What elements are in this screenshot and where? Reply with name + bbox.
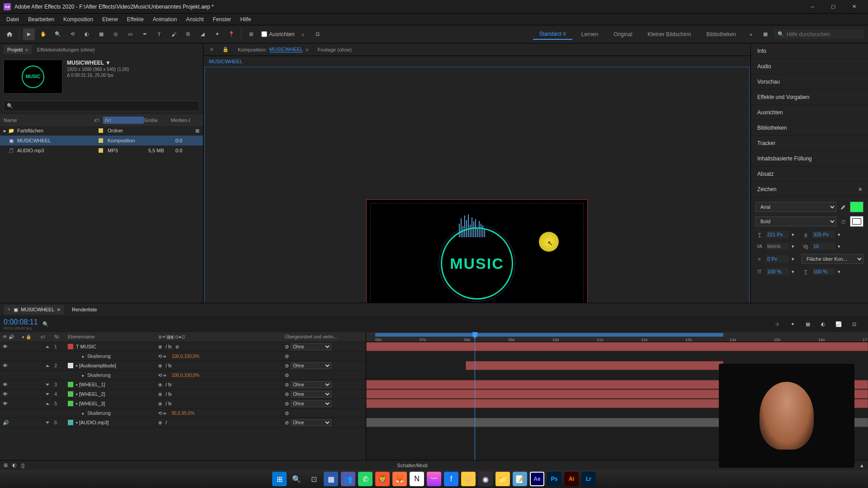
timeline-search[interactable]: 🔍 [42,321,214,327]
layer-row-7[interactable]: ⬥ Skalierung ⟲ ∞ 95,0,95,0% ⊘ [0,408,366,418]
comp-breadcrumb[interactable]: MUSICWHEEL [203,56,750,67]
brush-tool[interactable]: 🖌 [168,28,179,40]
camera-tool[interactable]: ▦ [95,28,107,40]
home-icon[interactable] [4,28,15,40]
expand-icon[interactable]: ◐ [12,462,17,468]
workspace-lernen[interactable]: Lernen [575,29,604,39]
windows-start-icon[interactable]: ⊞ [272,472,287,486]
zoom-tool[interactable]: 🔍 [52,28,64,40]
help-search-input[interactable] [787,31,859,38]
comp-tab-active[interactable]: Komposition: MUSICWHEEL ≡ [235,45,311,54]
menu-hilfe[interactable]: Hilfe [236,14,255,24]
photoshop-icon[interactable]: Ps [547,472,561,486]
snap-icon[interactable]: ⊞ [245,28,257,40]
brackets-icon[interactable]: {} [21,463,24,468]
eyedropper-icon[interactable]: 💉 [839,203,847,211]
taskview-icon[interactable]: ⊡ [307,472,321,486]
layer-row-8[interactable]: 🔊 6 ▪ [AUDIO.mp3] ⊛ / ⊘ Ohne [0,418,366,427]
draft3d-tl-icon[interactable]: ✦ [787,318,798,330]
folder-icon[interactable]: 📁 [495,472,510,486]
notion-icon[interactable]: N [410,472,424,486]
default-icon[interactable]: ⊡ [312,28,324,40]
workspace-bibliotheken[interactable]: Bibliotheken [700,29,742,39]
menu-datei[interactable]: Datei [2,14,24,24]
facebook-icon[interactable]: f [444,472,458,486]
project-item-audio[interactable]: 🎵 AUDIO.mp3 MP3 5,5 MB 0:0 [0,145,203,155]
layer-row-5[interactable]: 👁 4 ▪ [WHEEL_2] ⊛ / fx ⊘ Ohne [0,389,366,399]
font-family-dropdown[interactable]: Arial [755,202,836,212]
panel-vorschau[interactable]: Vorschau [751,74,868,89]
explorer-icon[interactable]: ▦ [324,472,338,486]
panel-bibliotheken[interactable]: Bibliotheken [751,120,868,136]
workspace-overflow-icon[interactable]: » [745,28,757,40]
layer-row-3[interactable]: ⬥ Skalierung ⟲ ∞ 100,0,100,0% ⊘ [0,371,366,380]
layer-row-6[interactable]: 👁 5 ▪ [WHEEL_3] ⊛ / fx ⊘ Ohne [0,399,366,408]
menu-fenster[interactable]: Fenster [208,14,236,24]
layer-bar-3[interactable] [466,371,723,380]
stroke-width-input[interactable] [766,255,789,263]
after-effects-icon[interactable]: Ae [530,472,544,486]
close-button[interactable]: ✕ [844,0,864,14]
files-icon[interactable]: 🗂 [461,472,476,486]
time-ruler[interactable]: 06s07s08s09s10s11s12s13s14s15s16s17 [366,332,868,342]
eraser-tool[interactable]: ◢ [197,28,208,40]
messenger-icon[interactable]: 〰 [427,472,441,486]
panel-tracker[interactable]: Tracker [751,136,868,151]
layer-bar-2[interactable] [466,361,723,370]
align-checkbox[interactable]: Ausrichten [261,31,295,38]
panel-audio[interactable]: Audio [751,59,868,74]
font-size-input[interactable] [766,231,789,238]
illustrator-icon[interactable]: Ai [564,472,579,486]
menu-komposition[interactable]: Komposition [59,14,98,24]
panel-info[interactable]: Info [751,43,868,59]
menu-ebene[interactable]: Ebene [98,14,123,24]
playhead[interactable] [475,332,475,460]
firefox-icon[interactable]: 🦊 [392,472,407,486]
menu-animation[interactable]: Animation [148,14,181,24]
stroke-icon[interactable]: ◫ [839,217,847,225]
menu-effekte[interactable]: Effekte [123,14,148,24]
layer-bar-1[interactable] [366,352,868,361]
frame-blend-icon[interactable]: ▦ [802,318,814,330]
lightroom-icon[interactable]: Lr [581,472,596,486]
project-item-musicwheel[interactable]: ▣ MUSICWHEEL Komposition 0:0 [0,136,203,145]
pen-tool[interactable]: ✒ [139,28,151,40]
effect-settings-tab[interactable]: Effekteinstellungen (ohne) [33,45,99,54]
hand-tool[interactable]: ✋ [38,28,49,40]
graph-editor-icon[interactable]: 📈 [833,318,844,330]
roto-tool[interactable]: ✦ [211,28,223,40]
orbit-tool[interactable]: ⟲ [66,28,78,40]
project-tab[interactable]: Projekt≡ [4,45,32,54]
menu-bearbeiten[interactable]: Bearbeiten [24,14,59,24]
toggle-switch-icon[interactable]: ⊞ [4,462,8,468]
snapping-icon[interactable]: ⟐ [297,28,309,40]
selection-tool[interactable]: ▶ [23,28,35,40]
font-weight-dropdown[interactable]: Bold [755,216,836,226]
puppet-tool[interactable]: 📍 [226,28,237,40]
snap-tl-icon[interactable]: ⊡ [848,318,860,330]
project-item-farbflaechen[interactable]: ▸📁 Farbflächen Ordner ⊞ [0,126,203,136]
rotate-tool[interactable]: ◐ [81,28,93,40]
timeline-tab-render[interactable]: Renderliste [68,305,101,314]
obs-icon[interactable]: ◉ [478,472,493,486]
teams-icon[interactable]: 👥 [341,472,355,486]
workspace-standard[interactable]: Standard ≡ [533,29,572,40]
menu-ansicht[interactable]: Ansicht [181,14,208,24]
layer-row-4[interactable]: 👁 3 ▪ [WHEEL_1] ⊛ / fx ⊘ Ohne [0,380,366,389]
brave-icon[interactable]: 🦁 [375,472,390,486]
comp-tab-close[interactable]: ✕ [207,45,216,54]
layer-row-0[interactable]: 👁 1 T MUSIC ⊛ / fx ⊘ ⊘ Ohne [0,342,366,352]
leading-input[interactable] [812,231,835,238]
kerning-input[interactable] [766,243,789,250]
fill-option-dropdown[interactable]: Fläche über Kon... [802,254,863,264]
footage-tab[interactable]: Footage (ohne) [315,45,354,54]
workspace-kleiner[interactable]: Kleiner Bildschirm [642,29,698,39]
help-search[interactable]: 🔍 [774,29,864,39]
workspace-original[interactable]: Original [607,29,638,39]
project-thumbnail[interactable]: MUSIC [4,60,62,94]
project-search[interactable]: 🔍 [4,101,199,111]
comp-tab-lock[interactable]: 🔒 [220,45,231,54]
notepad-icon[interactable]: 📝 [513,472,527,486]
zoom-in-tl-icon[interactable]: ▲ [859,463,864,468]
panel-absatz[interactable]: Absatz [751,166,868,182]
